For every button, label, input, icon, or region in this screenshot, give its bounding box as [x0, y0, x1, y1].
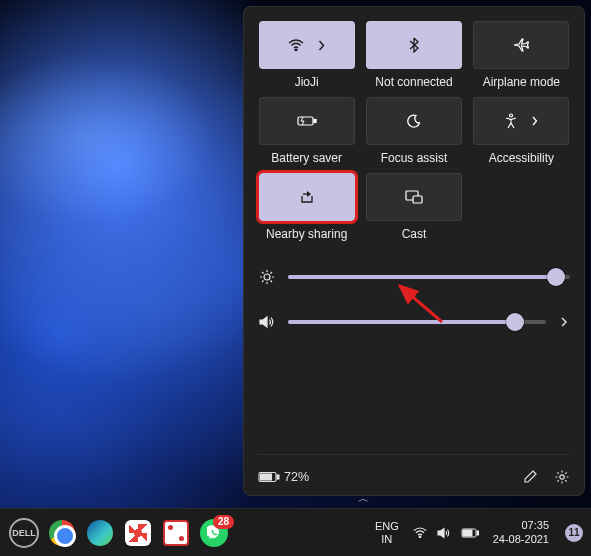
dell-app-icon[interactable]: DELL — [8, 517, 40, 549]
svg-point-0 — [295, 49, 297, 51]
brightness-icon — [258, 269, 276, 285]
bluetooth-icon — [409, 37, 419, 53]
cast-icon — [405, 190, 423, 204]
quick-settings-tiles: JioJi Not connected Airplane mode — [258, 21, 570, 241]
bluetooth-tile[interactable] — [366, 21, 462, 69]
svg-rect-5 — [413, 196, 422, 203]
taskbar: DELL 28 ENG IN 07:35 24-08-2021 — [0, 508, 591, 556]
notification-center-badge[interactable]: 11 — [565, 524, 583, 542]
bluetooth-label: Not connected — [375, 75, 452, 89]
battery-tray-icon — [461, 528, 479, 538]
svg-point-6 — [264, 274, 270, 280]
accessibility-label: Accessibility — [489, 151, 554, 165]
whatsapp-badge: 28 — [213, 515, 234, 529]
chevron-right-icon — [532, 116, 538, 126]
battery-saver-label: Battery saver — [271, 151, 342, 165]
svg-point-10 — [560, 475, 564, 479]
whatsapp-app-icon[interactable]: 28 — [198, 517, 230, 549]
tray-overflow-chevron[interactable]: ︿ — [358, 491, 369, 506]
share-icon — [299, 190, 315, 204]
svg-rect-1 — [298, 117, 313, 125]
volume-tray-icon — [437, 527, 451, 539]
focus-assist-tile[interactable] — [366, 97, 462, 145]
wifi-tray-icon — [413, 527, 427, 538]
cast-tile[interactable] — [366, 173, 462, 221]
edit-quick-settings-button[interactable] — [523, 469, 538, 485]
volume-icon — [258, 315, 276, 329]
system-tray[interactable] — [413, 527, 479, 539]
svg-rect-8 — [277, 475, 279, 479]
brightness-slider-row — [258, 269, 570, 285]
brightness-slider[interactable] — [288, 275, 570, 279]
nearby-sharing-tile[interactable] — [259, 173, 355, 221]
game-app-icon[interactable] — [160, 517, 192, 549]
edge-app-icon[interactable] — [84, 517, 116, 549]
settings-button[interactable] — [554, 469, 570, 485]
svg-rect-14 — [463, 530, 472, 536]
airplane-label: Airplane mode — [483, 75, 560, 89]
svg-point-11 — [419, 536, 421, 538]
chrome-app-icon[interactable] — [46, 517, 78, 549]
wifi-icon — [288, 39, 304, 51]
quick-settings-footer: 72% — [258, 454, 570, 485]
accessibility-tile[interactable] — [473, 97, 569, 145]
svg-rect-13 — [477, 531, 479, 535]
chevron-right-icon — [318, 40, 325, 51]
svg-rect-9 — [261, 474, 272, 480]
huawei-app-icon[interactable] — [122, 517, 154, 549]
battery-saver-icon — [297, 115, 317, 127]
airplane-icon — [513, 38, 529, 52]
clock[interactable]: 07:35 24-08-2021 — [493, 519, 551, 545]
svg-rect-2 — [314, 120, 316, 123]
wifi-label: JioJi — [295, 75, 319, 89]
svg-point-3 — [510, 114, 513, 117]
language-indicator[interactable]: ENG IN — [375, 520, 399, 545]
battery-status[interactable]: 72% — [258, 470, 309, 484]
volume-slider-row — [258, 315, 570, 329]
nearby-sharing-label: Nearby sharing — [266, 227, 347, 241]
volume-slider[interactable] — [288, 320, 546, 324]
airplane-mode-tile[interactable] — [473, 21, 569, 69]
wifi-tile[interactable] — [259, 21, 355, 69]
battery-saver-tile[interactable] — [259, 97, 355, 145]
cast-label: Cast — [402, 227, 427, 241]
focus-assist-label: Focus assist — [381, 151, 448, 165]
quick-settings-panel: JioJi Not connected Airplane mode — [243, 6, 585, 496]
moon-icon — [407, 114, 421, 128]
accessibility-icon — [504, 113, 518, 129]
volume-output-chevron[interactable] — [558, 316, 570, 328]
